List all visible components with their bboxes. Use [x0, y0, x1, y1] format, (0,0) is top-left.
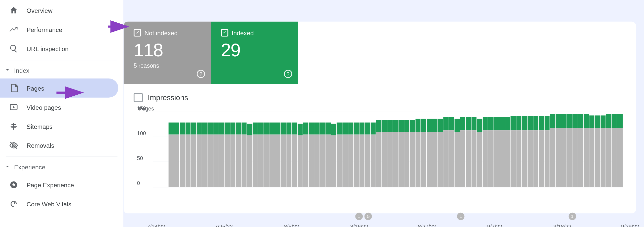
- section-title: Index: [14, 67, 29, 74]
- chart: Pages 150 100 50 0 1511 7/14/227/25/228/…: [124, 105, 636, 209]
- main-content: Not indexed 118 5 reasons ? Indexed 29 ?: [124, 0, 644, 227]
- sidebar-item-url-inspection[interactable]: URL inspection: [0, 39, 118, 58]
- sidebar-item-label: Core Web Vitals: [27, 200, 71, 207]
- sidebar-item-label: Pages: [27, 85, 44, 92]
- help-icon[interactable]: ?: [284, 70, 292, 78]
- tile-label: Not indexed: [144, 29, 178, 36]
- chart-events: 1511: [156, 213, 630, 221]
- sidebar-item-sitemaps[interactable]: Sitemaps: [0, 117, 118, 136]
- divider: [6, 157, 117, 157]
- ytick: 100: [137, 130, 146, 136]
- home-icon: [9, 6, 18, 15]
- section-title: Experience: [14, 163, 45, 170]
- tile-sub: 5 reasons: [134, 62, 203, 69]
- sitemap-icon: [9, 122, 18, 131]
- speed-icon: [9, 199, 18, 208]
- chart-ylabel: Pages: [139, 105, 628, 112]
- status-tiles: Not indexed 118 5 reasons ? Indexed 29 ?: [124, 22, 636, 84]
- sidebar-item-page-experience[interactable]: Page Experience: [0, 175, 118, 194]
- sidebar: Overview Performance URL inspection Inde…: [0, 0, 124, 227]
- sidebar-item-overview[interactable]: Overview: [0, 1, 118, 20]
- ytick: 150: [137, 105, 146, 111]
- checkbox-unchecked-icon: [134, 93, 143, 102]
- ytick: 50: [137, 155, 143, 161]
- impressions-toggle[interactable]: Impressions: [124, 84, 636, 105]
- sidebar-item-removals[interactable]: Removals: [0, 136, 118, 155]
- help-icon[interactable]: ?: [197, 70, 205, 78]
- chart-xticks: 7/14/227/25/228/5/228/16/228/27/229/7/22…: [156, 223, 630, 227]
- page-indexing-card: Not indexed 118 5 reasons ? Indexed 29 ?: [124, 22, 636, 213]
- sidebar-item-pages[interactable]: Pages: [0, 79, 118, 98]
- chevron-down-icon: [4, 66, 11, 74]
- video-icon: [9, 103, 18, 112]
- sidebar-item-core-web-vitals[interactable]: Core Web Vitals: [0, 194, 118, 213]
- sidebar-item-label: Video pages: [27, 104, 61, 111]
- pages-icon: [9, 84, 18, 93]
- ytick: 0: [137, 180, 140, 186]
- chevron-down-icon: [4, 163, 11, 171]
- section-index[interactable]: Index: [0, 62, 123, 79]
- divider: [6, 60, 117, 60]
- star-circle-icon: [9, 180, 18, 189]
- impressions-label: Impressions: [148, 93, 188, 102]
- sidebar-item-video-pages[interactable]: Video pages: [0, 98, 118, 117]
- sidebar-item-label: Overview: [27, 7, 53, 14]
- checkbox-checked-icon: [221, 29, 228, 37]
- tile-label: Indexed: [232, 29, 254, 36]
- search-icon: [9, 44, 18, 53]
- tile-value: 118: [134, 40, 203, 61]
- chart-bars: [169, 112, 623, 187]
- sidebar-item-label: Sitemaps: [27, 123, 53, 130]
- section-experience[interactable]: Experience: [0, 159, 123, 175]
- checkbox-checked-icon: [134, 29, 141, 37]
- tile-value: 29: [221, 40, 291, 61]
- tile-indexed[interactable]: Indexed 29 ?: [211, 22, 298, 84]
- tile-not-indexed[interactable]: Not indexed 118 5 reasons ?: [124, 22, 211, 84]
- sidebar-item-label: Performance: [27, 26, 62, 33]
- eye-off-icon: [9, 141, 18, 150]
- sidebar-item-label: Removals: [27, 142, 54, 149]
- sidebar-item-label: URL inspection: [27, 45, 69, 52]
- sidebar-item-label: Page Experience: [27, 181, 74, 188]
- trend-icon: [9, 25, 18, 34]
- sidebar-item-performance[interactable]: Performance: [0, 20, 118, 39]
